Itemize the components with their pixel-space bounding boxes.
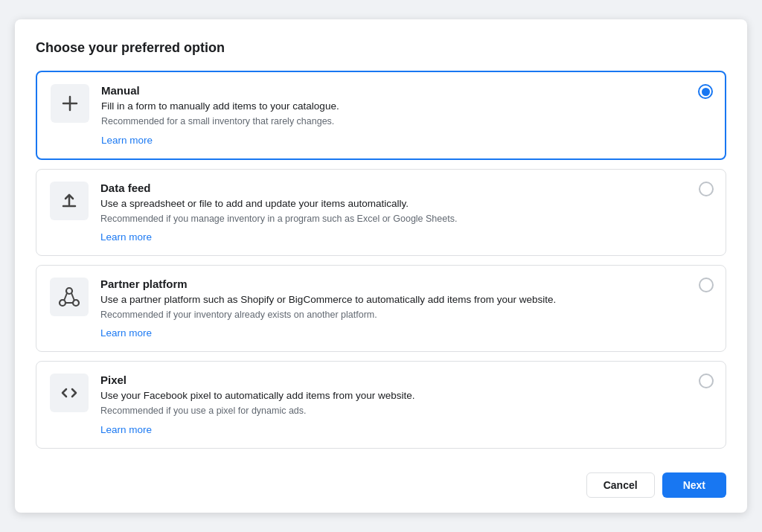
data-feed-icon-wrap <box>50 182 89 220</box>
pixel-radio <box>699 374 714 388</box>
manual-title: Manual <box>101 84 711 97</box>
option-manual[interactable]: Manual Fill in a form to manually add it… <box>36 71 726 159</box>
next-button[interactable]: Next <box>662 472 726 498</box>
manual-radio <box>698 84 713 99</box>
manual-learn-more[interactable]: Learn more <box>101 135 153 146</box>
data-feed-radio <box>699 182 714 196</box>
data-feed-radio-circle <box>699 182 714 196</box>
partner-platform-radio <box>699 278 714 292</box>
data-feed-learn-more[interactable]: Learn more <box>100 231 152 243</box>
options-list: Manual Fill in a form to manually add it… <box>36 71 726 449</box>
data-feed-desc: Use a spreadsheet or file to add and upd… <box>100 197 712 211</box>
manual-icon-wrap <box>51 84 89 123</box>
option-partner-platform[interactable]: Partner platform Use a partner platform … <box>36 265 726 352</box>
code-icon <box>59 382 80 403</box>
partner-platform-radio-circle <box>699 278 714 292</box>
dialog-container: Choose your preferred option Manual Fill… <box>15 19 747 513</box>
partner-platform-rec: Recommended if your inventory already ex… <box>100 309 712 322</box>
cancel-button[interactable]: Cancel <box>586 472 655 498</box>
partner-platform-title: Partner platform <box>100 278 712 290</box>
data-feed-rec: Recommended if you manage inventory in a… <box>100 213 712 226</box>
svg-point-2 <box>66 288 72 294</box>
pixel-title: Pixel <box>100 374 712 386</box>
pixel-icon-wrap <box>50 374 89 412</box>
pixel-learn-more[interactable]: Learn more <box>100 424 152 435</box>
partner-platform-content: Partner platform Use a partner platform … <box>100 278 712 339</box>
data-feed-title: Data feed <box>100 182 712 194</box>
plus-icon <box>60 93 80 114</box>
manual-desc: Fill in a form to manually add items to … <box>101 100 711 114</box>
partner-platform-icon-wrap <box>50 278 89 316</box>
pixel-content: Pixel Use your Facebook pixel to automat… <box>100 374 712 435</box>
pixel-desc: Use your Facebook pixel to automatically… <box>100 389 712 403</box>
upload-icon <box>59 190 80 211</box>
dialog-footer: Cancel Next <box>36 467 726 498</box>
manual-content: Manual Fill in a form to manually add it… <box>101 84 711 146</box>
manual-radio-inner <box>702 88 710 96</box>
dialog-title: Choose your preferred option <box>36 40 726 56</box>
manual-radio-circle <box>698 84 713 99</box>
svg-line-5 <box>64 293 67 301</box>
triangle-connect-icon <box>57 285 81 309</box>
svg-line-6 <box>71 293 74 301</box>
partner-platform-desc: Use a partner platform such as Shopify o… <box>100 293 712 307</box>
pixel-radio-circle <box>699 374 714 388</box>
data-feed-content: Data feed Use a spreadsheet or file to a… <box>100 182 712 243</box>
manual-rec: Recommended for a small inventory that r… <box>101 115 711 129</box>
partner-platform-learn-more[interactable]: Learn more <box>100 327 152 339</box>
option-data-feed[interactable]: Data feed Use a spreadsheet or file to a… <box>36 169 726 256</box>
pixel-rec: Recommended if you use a pixel for dynam… <box>100 405 712 418</box>
option-pixel[interactable]: Pixel Use your Facebook pixel to automat… <box>36 361 726 448</box>
